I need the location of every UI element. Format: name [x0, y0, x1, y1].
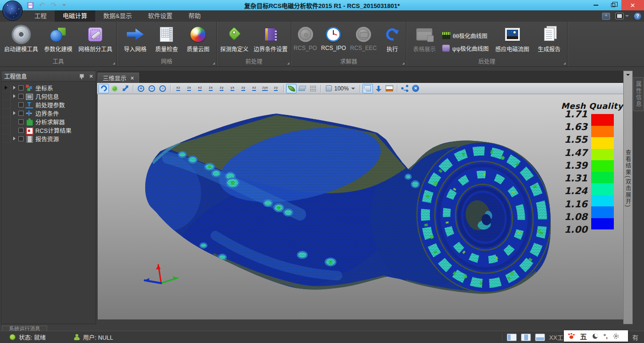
view-orientation-button[interactable]: zy	[216, 84, 227, 93]
share-button[interactable]	[400, 84, 410, 93]
ribbon-button[interactable]: 质量云图	[185, 24, 211, 53]
close-button[interactable]: ✕	[621, 0, 644, 10]
display-style-icon[interactable]	[615, 13, 624, 19]
tree-checkbox[interactable]	[18, 136, 24, 141]
tree-row[interactable]: 边界条件	[1, 109, 96, 117]
ribbon-small-button[interactable]: ψψ极化曲线图	[442, 44, 488, 52]
group-expand-grip-icon[interactable]	[287, 62, 289, 65]
mesh-model-3d[interactable]	[98, 94, 623, 319]
tree-row[interactable]: RCS计算结果	[1, 126, 96, 134]
tree-item-label: 边界条件	[35, 109, 59, 118]
view-orientation-button[interactable]: xz	[173, 84, 183, 93]
ribbon-button[interactable]: 边界条件设置	[252, 24, 289, 53]
ime-paw-icon[interactable]	[568, 334, 574, 339]
ribbon-button[interactable]: 感应电磁流图	[494, 24, 531, 53]
layout-center-panel-icon[interactable]	[521, 334, 531, 341]
export-image-button[interactable]	[384, 84, 395, 93]
ribbon-button[interactable]: 生成报告	[536, 24, 562, 53]
tree-checkbox[interactable]	[18, 85, 24, 90]
tree-row[interactable]: 分析求解器	[1, 117, 96, 126]
layout-left-panel-icon[interactable]	[507, 334, 517, 341]
tab-property-info[interactable]: 属性信息	[633, 77, 644, 111]
minimize-button[interactable]	[587, 0, 604, 10]
snapshot-button[interactable]	[363, 84, 373, 93]
menu-tab-item[interactable]: 帮助	[181, 10, 209, 22]
view-orientation-button[interactable]: zyx	[260, 84, 270, 93]
collapse-ribbon-icon[interactable]: ^	[602, 13, 610, 20]
orbit-view-button[interactable]	[109, 84, 120, 93]
tree-row[interactable]: T前处理参数	[1, 100, 96, 109]
tree-checkbox[interactable]	[18, 94, 24, 99]
ribbon-button[interactable]: 执行	[379, 24, 405, 53]
results-strip[interactable]: 查看结果(双击展开)	[623, 71, 633, 324]
ribbon-button[interactable]: 网格剖分工具	[76, 24, 114, 53]
shaded-display-button[interactable]	[286, 84, 297, 93]
tree-row[interactable]: 坐标系	[1, 83, 96, 92]
strip-caret-icon[interactable]	[626, 74, 630, 78]
ribbon-button[interactable]: 参数化建模	[42, 24, 74, 53]
ribbon-small-button[interactable]: θθ极化曲线图	[442, 32, 488, 40]
ribbon-button[interactable]: 探测角定义	[218, 24, 250, 53]
ribbon-button[interactable]: 导入网格	[122, 24, 149, 53]
menu-tab-item[interactable]: 软件设置	[140, 10, 181, 22]
tree-checkbox[interactable]	[18, 111, 24, 116]
display-style-caret-icon[interactable]	[625, 15, 629, 19]
grid-display-button[interactable]	[308, 84, 318, 93]
tree-checkbox[interactable]	[18, 128, 24, 133]
gear-icon	[13, 26, 29, 42]
layout-bottom-panel-icon[interactable]	[535, 334, 545, 341]
tree-checkbox[interactable]	[18, 102, 24, 107]
pin-icon[interactable]	[79, 74, 83, 79]
ime-toolbar[interactable]: 五 °,	[564, 330, 628, 342]
view-orientation-button[interactable]: xz	[249, 84, 259, 93]
ribbon-button[interactable]: RCS_IPO	[319, 24, 348, 51]
group-expand-grip-icon[interactable]	[563, 62, 566, 65]
zoom-out-button[interactable]: −	[147, 84, 157, 93]
panel-close-icon[interactable]: ×	[89, 74, 93, 79]
restore-button[interactable]	[604, 0, 621, 10]
view-orientation-button[interactable]: zy	[271, 84, 281, 93]
zoom-in-button[interactable]: +	[136, 84, 146, 93]
group-expand-grip-icon[interactable]	[402, 62, 405, 65]
close-view-button[interactable]: ×	[411, 84, 421, 93]
menu-tab-active[interactable]: 电磁计算	[55, 10, 95, 22]
viewport-canvas[interactable]: Mesh Quality 1.711.631.551.471.391.311.2…	[97, 94, 623, 319]
undo-icon[interactable]: ↶	[39, 2, 45, 9]
tree-checkbox[interactable]	[18, 119, 24, 124]
ime-moon-icon[interactable]	[593, 334, 598, 339]
save-view-button[interactable]	[373, 84, 384, 93]
menu-tab-item[interactable]: 工程	[26, 10, 55, 22]
tree-expander[interactable]	[11, 111, 17, 115]
tree-row[interactable]: 报告资源	[1, 134, 96, 143]
fit-view-button[interactable]	[120, 84, 131, 93]
menu-tab-item[interactable]: 数据&显示	[95, 10, 140, 22]
zoom-level-select[interactable]: 100%	[323, 85, 357, 92]
ime-punct-label[interactable]: °,	[603, 333, 608, 340]
view-orientation-button[interactable]: zx	[184, 84, 194, 93]
tab-close-icon[interactable]: ×	[131, 76, 134, 81]
ribbon-button[interactable]: 启动建模工具	[2, 24, 40, 53]
view-orientation-button[interactable]: zy	[238, 84, 248, 93]
solver-eec-icon	[356, 27, 371, 42]
zoom-window-button[interactable]: ▫	[157, 84, 168, 93]
view-orientation-button[interactable]: xz	[195, 84, 205, 93]
tab-3d-display[interactable]: 三维显示 ×	[98, 73, 139, 83]
group-expand-grip-icon[interactable]	[113, 62, 115, 65]
ribbon-button[interactable]: 质量检查	[153, 24, 180, 53]
tree-expander[interactable]	[11, 94, 17, 98]
tree-row[interactable]: 几何信息	[1, 92, 96, 100]
help-icon[interactable]: ?	[634, 13, 641, 20]
group-expand-grip-icon[interactable]	[213, 62, 215, 65]
ime-wubi-label[interactable]: 五	[580, 331, 587, 341]
ime-settings-icon[interactable]	[613, 334, 619, 339]
tree-expander[interactable]	[11, 137, 17, 140]
save-icon[interactable]	[27, 2, 33, 8]
plane-display-button[interactable]	[297, 84, 307, 93]
rotate-view-button[interactable]	[99, 84, 109, 93]
app-logo[interactable]	[2, 0, 23, 21]
view-orientation-button[interactable]: zx	[206, 84, 216, 93]
view-orientation-button[interactable]: yx	[227, 84, 238, 93]
redo-icon[interactable]: ↷	[51, 2, 57, 9]
tree-expander[interactable]	[11, 86, 17, 90]
qat-dropdown-icon[interactable]	[62, 4, 66, 8]
